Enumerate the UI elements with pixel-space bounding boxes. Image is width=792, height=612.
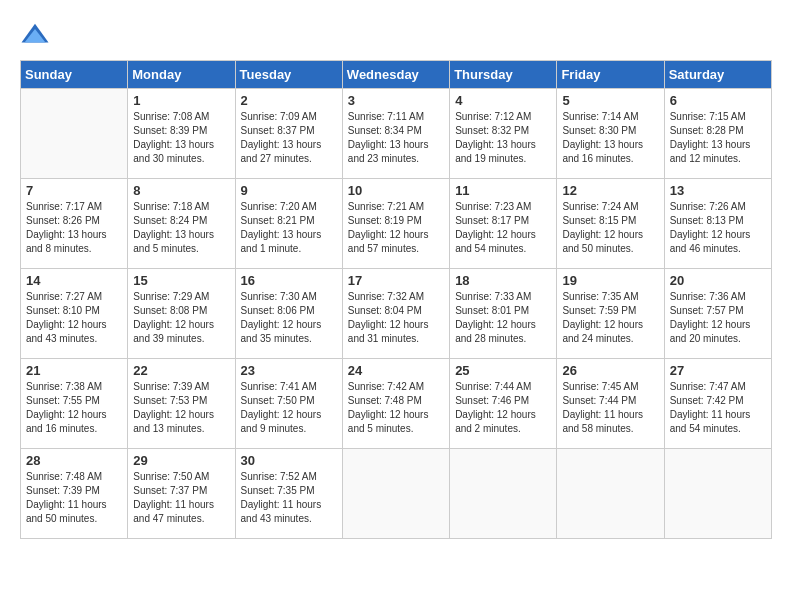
calendar-day-header: Tuesday (235, 61, 342, 89)
day-info: Sunrise: 7:21 AMSunset: 8:19 PMDaylight:… (348, 200, 444, 256)
day-info: Sunrise: 7:09 AMSunset: 8:37 PMDaylight:… (241, 110, 337, 166)
calendar-week-row: 14Sunrise: 7:27 AMSunset: 8:10 PMDayligh… (21, 269, 772, 359)
calendar-day-cell: 20Sunrise: 7:36 AMSunset: 7:57 PMDayligh… (664, 269, 771, 359)
day-info: Sunrise: 7:48 AMSunset: 7:39 PMDaylight:… (26, 470, 122, 526)
calendar-table: SundayMondayTuesdayWednesdayThursdayFrid… (20, 60, 772, 539)
calendar-week-row: 21Sunrise: 7:38 AMSunset: 7:55 PMDayligh… (21, 359, 772, 449)
day-info: Sunrise: 7:39 AMSunset: 7:53 PMDaylight:… (133, 380, 229, 436)
day-info: Sunrise: 7:08 AMSunset: 8:39 PMDaylight:… (133, 110, 229, 166)
calendar-day-cell: 22Sunrise: 7:39 AMSunset: 7:53 PMDayligh… (128, 359, 235, 449)
day-info: Sunrise: 7:36 AMSunset: 7:57 PMDaylight:… (670, 290, 766, 346)
calendar-day-header: Friday (557, 61, 664, 89)
calendar-week-row: 28Sunrise: 7:48 AMSunset: 7:39 PMDayligh… (21, 449, 772, 539)
calendar-day-cell: 8Sunrise: 7:18 AMSunset: 8:24 PMDaylight… (128, 179, 235, 269)
day-info: Sunrise: 7:11 AMSunset: 8:34 PMDaylight:… (348, 110, 444, 166)
calendar-day-header: Wednesday (342, 61, 449, 89)
calendar-day-cell: 11Sunrise: 7:23 AMSunset: 8:17 PMDayligh… (450, 179, 557, 269)
calendar-day-cell: 1Sunrise: 7:08 AMSunset: 8:39 PMDaylight… (128, 89, 235, 179)
day-number: 15 (133, 273, 229, 288)
calendar-week-row: 7Sunrise: 7:17 AMSunset: 8:26 PMDaylight… (21, 179, 772, 269)
calendar-day-cell (21, 89, 128, 179)
day-info: Sunrise: 7:32 AMSunset: 8:04 PMDaylight:… (348, 290, 444, 346)
day-info: Sunrise: 7:18 AMSunset: 8:24 PMDaylight:… (133, 200, 229, 256)
day-number: 9 (241, 183, 337, 198)
day-info: Sunrise: 7:42 AMSunset: 7:48 PMDaylight:… (348, 380, 444, 436)
calendar-day-cell: 9Sunrise: 7:20 AMSunset: 8:21 PMDaylight… (235, 179, 342, 269)
calendar-day-cell: 29Sunrise: 7:50 AMSunset: 7:37 PMDayligh… (128, 449, 235, 539)
day-number: 30 (241, 453, 337, 468)
day-number: 14 (26, 273, 122, 288)
day-info: Sunrise: 7:24 AMSunset: 8:15 PMDaylight:… (562, 200, 658, 256)
day-number: 27 (670, 363, 766, 378)
calendar-day-header: Saturday (664, 61, 771, 89)
calendar-day-cell: 26Sunrise: 7:45 AMSunset: 7:44 PMDayligh… (557, 359, 664, 449)
calendar-body: 1Sunrise: 7:08 AMSunset: 8:39 PMDaylight… (21, 89, 772, 539)
day-number: 11 (455, 183, 551, 198)
day-info: Sunrise: 7:33 AMSunset: 8:01 PMDaylight:… (455, 290, 551, 346)
calendar-day-cell: 7Sunrise: 7:17 AMSunset: 8:26 PMDaylight… (21, 179, 128, 269)
calendar-day-cell: 24Sunrise: 7:42 AMSunset: 7:48 PMDayligh… (342, 359, 449, 449)
day-info: Sunrise: 7:12 AMSunset: 8:32 PMDaylight:… (455, 110, 551, 166)
calendar-day-header: Sunday (21, 61, 128, 89)
calendar-day-cell: 5Sunrise: 7:14 AMSunset: 8:30 PMDaylight… (557, 89, 664, 179)
page-header (20, 20, 772, 50)
day-info: Sunrise: 7:20 AMSunset: 8:21 PMDaylight:… (241, 200, 337, 256)
day-number: 12 (562, 183, 658, 198)
day-number: 17 (348, 273, 444, 288)
calendar-day-cell: 21Sunrise: 7:38 AMSunset: 7:55 PMDayligh… (21, 359, 128, 449)
day-info: Sunrise: 7:47 AMSunset: 7:42 PMDaylight:… (670, 380, 766, 436)
calendar-day-cell (557, 449, 664, 539)
calendar-day-cell: 10Sunrise: 7:21 AMSunset: 8:19 PMDayligh… (342, 179, 449, 269)
calendar-day-cell: 16Sunrise: 7:30 AMSunset: 8:06 PMDayligh… (235, 269, 342, 359)
day-info: Sunrise: 7:41 AMSunset: 7:50 PMDaylight:… (241, 380, 337, 436)
calendar-day-cell: 17Sunrise: 7:32 AMSunset: 8:04 PMDayligh… (342, 269, 449, 359)
day-number: 7 (26, 183, 122, 198)
day-number: 2 (241, 93, 337, 108)
calendar-day-cell: 25Sunrise: 7:44 AMSunset: 7:46 PMDayligh… (450, 359, 557, 449)
calendar-day-cell: 27Sunrise: 7:47 AMSunset: 7:42 PMDayligh… (664, 359, 771, 449)
calendar-day-cell (342, 449, 449, 539)
day-number: 8 (133, 183, 229, 198)
logo-icon (20, 20, 50, 50)
day-info: Sunrise: 7:30 AMSunset: 8:06 PMDaylight:… (241, 290, 337, 346)
calendar-day-cell: 6Sunrise: 7:15 AMSunset: 8:28 PMDaylight… (664, 89, 771, 179)
day-number: 10 (348, 183, 444, 198)
day-number: 25 (455, 363, 551, 378)
calendar-day-header: Monday (128, 61, 235, 89)
calendar-header-row: SundayMondayTuesdayWednesdayThursdayFrid… (21, 61, 772, 89)
day-info: Sunrise: 7:26 AMSunset: 8:13 PMDaylight:… (670, 200, 766, 256)
calendar-day-cell: 18Sunrise: 7:33 AMSunset: 8:01 PMDayligh… (450, 269, 557, 359)
day-info: Sunrise: 7:15 AMSunset: 8:28 PMDaylight:… (670, 110, 766, 166)
day-number: 1 (133, 93, 229, 108)
day-number: 13 (670, 183, 766, 198)
calendar-day-cell: 15Sunrise: 7:29 AMSunset: 8:08 PMDayligh… (128, 269, 235, 359)
calendar-day-cell: 14Sunrise: 7:27 AMSunset: 8:10 PMDayligh… (21, 269, 128, 359)
day-number: 20 (670, 273, 766, 288)
day-info: Sunrise: 7:38 AMSunset: 7:55 PMDaylight:… (26, 380, 122, 436)
day-number: 29 (133, 453, 229, 468)
day-info: Sunrise: 7:52 AMSunset: 7:35 PMDaylight:… (241, 470, 337, 526)
day-info: Sunrise: 7:50 AMSunset: 7:37 PMDaylight:… (133, 470, 229, 526)
day-number: 6 (670, 93, 766, 108)
day-info: Sunrise: 7:14 AMSunset: 8:30 PMDaylight:… (562, 110, 658, 166)
calendar-day-cell: 2Sunrise: 7:09 AMSunset: 8:37 PMDaylight… (235, 89, 342, 179)
day-number: 16 (241, 273, 337, 288)
day-info: Sunrise: 7:17 AMSunset: 8:26 PMDaylight:… (26, 200, 122, 256)
day-number: 18 (455, 273, 551, 288)
day-info: Sunrise: 7:23 AMSunset: 8:17 PMDaylight:… (455, 200, 551, 256)
day-number: 28 (26, 453, 122, 468)
calendar-day-cell: 3Sunrise: 7:11 AMSunset: 8:34 PMDaylight… (342, 89, 449, 179)
calendar-day-cell: 28Sunrise: 7:48 AMSunset: 7:39 PMDayligh… (21, 449, 128, 539)
day-number: 21 (26, 363, 122, 378)
day-number: 3 (348, 93, 444, 108)
day-info: Sunrise: 7:35 AMSunset: 7:59 PMDaylight:… (562, 290, 658, 346)
day-info: Sunrise: 7:44 AMSunset: 7:46 PMDaylight:… (455, 380, 551, 436)
calendar-day-cell: 13Sunrise: 7:26 AMSunset: 8:13 PMDayligh… (664, 179, 771, 269)
logo (20, 20, 54, 50)
day-number: 22 (133, 363, 229, 378)
day-number: 4 (455, 93, 551, 108)
calendar-day-cell (450, 449, 557, 539)
day-number: 23 (241, 363, 337, 378)
day-number: 24 (348, 363, 444, 378)
day-info: Sunrise: 7:45 AMSunset: 7:44 PMDaylight:… (562, 380, 658, 436)
